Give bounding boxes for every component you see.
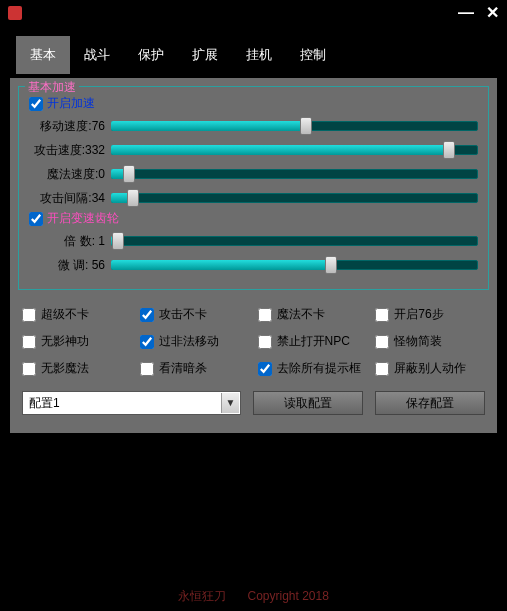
option-label: 怪物简装 [394, 333, 442, 350]
config-combo[interactable]: 配置1 ▼ [22, 391, 241, 415]
option-checkbox[interactable] [258, 335, 272, 349]
slider-label: 攻击速度:332 [29, 142, 111, 159]
option-label: 魔法不卡 [277, 306, 325, 323]
tab-0[interactable]: 基本 [16, 36, 70, 74]
option-3: 开启76步 [375, 306, 485, 323]
config-row: 配置1 ▼ 读取配置 保存配置 [18, 385, 489, 421]
option-label: 超级不卡 [41, 306, 89, 323]
slider-row: 魔法速度:0 [29, 162, 478, 186]
option-10: 去除所有提示框 [258, 360, 368, 377]
option-label: 过非法移动 [159, 333, 219, 350]
option-checkbox[interactable] [258, 362, 272, 376]
enable-speed-checkbox[interactable] [29, 97, 43, 111]
slider-thumb[interactable] [443, 141, 455, 159]
option-7: 怪物简装 [375, 333, 485, 350]
enable-gear-label: 开启变速齿轮 [47, 210, 119, 227]
option-label: 攻击不卡 [159, 306, 207, 323]
close-button[interactable]: ✕ [486, 5, 499, 21]
tab-2[interactable]: 保护 [124, 36, 178, 74]
slider[interactable] [111, 255, 478, 275]
app-window: — ✕ 基本战斗保护扩展挂机控制 基本加速 开启加速 移动速度:76攻击速度:3… [0, 0, 507, 611]
option-checkbox[interactable] [140, 362, 154, 376]
option-11: 屏蔽别人动作 [375, 360, 485, 377]
slider-label: 倍 数: 1 [29, 233, 111, 250]
slider-thumb[interactable] [127, 189, 139, 207]
slider-row: 攻击间隔:34 [29, 186, 478, 210]
slider-label: 移动速度:76 [29, 118, 111, 135]
option-label: 无影魔法 [41, 360, 89, 377]
option-checkbox[interactable] [140, 308, 154, 322]
tab-bar: 基本战斗保护扩展挂机控制 [0, 36, 507, 74]
option-checkbox[interactable] [375, 362, 389, 376]
tab-1[interactable]: 战斗 [70, 36, 124, 74]
slider-thumb[interactable] [300, 117, 312, 135]
option-label: 去除所有提示框 [277, 360, 361, 377]
option-label: 禁止打开NPC [277, 333, 350, 350]
fieldset-legend: 基本加速 [25, 79, 79, 96]
titlebar: — ✕ [0, 0, 507, 26]
slider-label: 微 调: 56 [29, 257, 111, 274]
read-config-button[interactable]: 读取配置 [253, 391, 363, 415]
slider-thumb[interactable] [325, 256, 337, 274]
option-checkbox[interactable] [140, 335, 154, 349]
option-label: 开启76步 [394, 306, 443, 323]
tab-5[interactable]: 控制 [286, 36, 340, 74]
slider-thumb[interactable] [112, 232, 124, 250]
option-checkbox[interactable] [22, 308, 36, 322]
slider-thumb[interactable] [123, 165, 135, 183]
window-controls: — ✕ [458, 5, 499, 21]
footer-brand: 永恒狂刀 [178, 589, 226, 603]
option-8: 无影魔法 [22, 360, 132, 377]
enable-gear-checkbox[interactable] [29, 212, 43, 226]
slider[interactable] [111, 231, 478, 251]
option-checkbox[interactable] [375, 308, 389, 322]
option-checkbox[interactable] [22, 362, 36, 376]
slider[interactable] [111, 188, 478, 208]
slider-row: 攻击速度:332 [29, 138, 478, 162]
slider-label: 攻击间隔:34 [29, 190, 111, 207]
option-0: 超级不卡 [22, 306, 132, 323]
option-checkbox[interactable] [22, 335, 36, 349]
slider[interactable] [111, 116, 478, 136]
combo-value: 配置1 [29, 396, 60, 410]
option-label: 屏蔽别人动作 [394, 360, 466, 377]
slider-label: 魔法速度:0 [29, 166, 111, 183]
slider-row: 倍 数: 1 [29, 229, 478, 253]
option-label: 看清暗杀 [159, 360, 207, 377]
option-checkbox[interactable] [258, 308, 272, 322]
slider-row: 微 调: 56 [29, 253, 478, 277]
option-5: 过非法移动 [140, 333, 250, 350]
content-panel: 基本加速 开启加速 移动速度:76攻击速度:332魔法速度:0攻击间隔:34 开… [10, 78, 497, 433]
slider[interactable] [111, 140, 478, 160]
option-checkbox[interactable] [375, 335, 389, 349]
app-icon [8, 6, 22, 20]
slider[interactable] [111, 164, 478, 184]
option-label: 无影神功 [41, 333, 89, 350]
option-6: 禁止打开NPC [258, 333, 368, 350]
slider-row: 移动速度:76 [29, 114, 478, 138]
tab-4[interactable]: 挂机 [232, 36, 286, 74]
speed-fieldset: 基本加速 开启加速 移动速度:76攻击速度:332魔法速度:0攻击间隔:34 开… [18, 86, 489, 290]
options-grid: 超级不卡攻击不卡魔法不卡开启76步无影神功过非法移动禁止打开NPC怪物简装无影魔… [18, 298, 489, 385]
minimize-button[interactable]: — [458, 5, 474, 21]
option-2: 魔法不卡 [258, 306, 368, 323]
option-1: 攻击不卡 [140, 306, 250, 323]
chevron-down-icon[interactable]: ▼ [221, 393, 239, 413]
footer-copy: Copyright 2018 [247, 589, 328, 603]
option-4: 无影神功 [22, 333, 132, 350]
tab-3[interactable]: 扩展 [178, 36, 232, 74]
footer: 永恒狂刀 Copyright 2018 [0, 588, 507, 605]
option-9: 看清暗杀 [140, 360, 250, 377]
enable-speed-label: 开启加速 [47, 95, 95, 112]
save-config-button[interactable]: 保存配置 [375, 391, 485, 415]
